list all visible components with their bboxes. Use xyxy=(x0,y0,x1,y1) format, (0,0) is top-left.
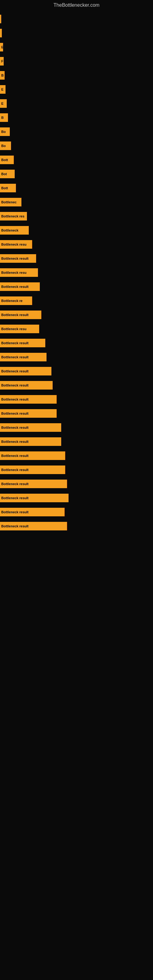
bar-item xyxy=(0,15,1,23)
site-title: TheBottlenecker.com xyxy=(0,0,153,9)
bar-row: Bottleneck result xyxy=(0,280,153,293)
bar-row: E xyxy=(0,83,153,96)
bar-item: Bottleneck result xyxy=(0,508,65,516)
bar-item: Bottleneck result xyxy=(0,466,65,474)
bar-item: Bottleneck result xyxy=(0,310,41,319)
bar-item: Bottleneck res xyxy=(0,212,27,221)
bar-row: Bottleneck result xyxy=(0,336,153,350)
bar-item: F xyxy=(0,57,4,65)
bar-item xyxy=(0,29,2,37)
bar-item: E xyxy=(0,43,3,51)
bar-row: Bottleneck result xyxy=(0,393,153,406)
bar-row: E xyxy=(0,97,153,110)
bar-item: Bot xyxy=(0,170,15,178)
bar-row: Bott xyxy=(0,181,153,195)
bar-item: Bottleneck xyxy=(0,226,29,235)
bar-row: Bottleneck result xyxy=(0,435,153,449)
bar-item: B xyxy=(0,71,5,80)
bar-row xyxy=(0,26,153,40)
bar-item: Bo xyxy=(0,127,10,136)
bar-item: Bottleneck resu xyxy=(0,240,32,249)
bar-item: Bottleneck result xyxy=(0,381,53,390)
bar-row: Bottleneck result xyxy=(0,505,153,519)
bar-row: Bottlenec xyxy=(0,196,153,209)
bar-item: Bottleneck result xyxy=(0,438,61,446)
bar-row: Bottleneck result xyxy=(0,252,153,265)
bar-row: Bottleneck re xyxy=(0,294,153,307)
bars-container: EFBEEBBoBoBottBotBottBottlenecBottleneck… xyxy=(0,9,153,533)
bar-row: Bottleneck result xyxy=(0,379,153,392)
bar-row: Bottleneck result xyxy=(0,364,153,378)
bar-row xyxy=(0,12,153,26)
bar-row: Bottleneck result xyxy=(0,421,153,434)
bar-item: Bottleneck result xyxy=(0,367,51,375)
bar-row: E xyxy=(0,40,153,54)
bar-row: Bottleneck xyxy=(0,224,153,237)
bar-row: B xyxy=(0,68,153,82)
bar-item: Bott xyxy=(0,156,14,164)
bar-item: Bottleneck result xyxy=(0,353,46,361)
bar-item: Bottleneck resu xyxy=(0,325,39,333)
bar-row: Bottleneck resu xyxy=(0,266,153,279)
bar-row: Bottleneck result xyxy=(0,477,153,491)
bar-row: Bottleneck result xyxy=(0,350,153,364)
bar-row: Bot xyxy=(0,167,153,181)
bar-item: E xyxy=(0,85,5,94)
bar-row: Bottleneck resu xyxy=(0,322,153,336)
bar-item: Bottlenec xyxy=(0,198,21,207)
bar-item: B xyxy=(0,113,8,122)
bar-item: Bottleneck result xyxy=(0,254,36,263)
bar-item: Bottleneck resu xyxy=(0,268,38,277)
bar-item: Bottleneck result xyxy=(0,409,57,418)
bar-row: Bo xyxy=(0,125,153,138)
bar-item: Bottleneck result xyxy=(0,494,69,502)
bar-item: Bottleneck result xyxy=(0,282,40,291)
bar-row: Bottleneck result xyxy=(0,449,153,463)
bar-item: Bottleneck result xyxy=(0,423,61,432)
bar-row: Bottleneck result xyxy=(0,463,153,477)
bar-row: Bo xyxy=(0,139,153,153)
bar-item: Bott xyxy=(0,184,16,192)
bar-row: Bott xyxy=(0,153,153,167)
bar-row: F xyxy=(0,54,153,68)
bar-row: B xyxy=(0,111,153,124)
bar-row: Bottleneck result xyxy=(0,491,153,505)
bar-row: Bottleneck result xyxy=(0,407,153,420)
bar-item: Bottleneck result xyxy=(0,452,65,460)
bar-row: Bottleneck resu xyxy=(0,238,153,251)
bar-item: Bo xyxy=(0,142,11,150)
bar-row: Bottleneck result xyxy=(0,308,153,321)
bar-item: Bottleneck result xyxy=(0,522,67,530)
bar-item: Bottleneck result xyxy=(0,339,45,347)
bar-item: Bottleneck re xyxy=(0,296,32,305)
bar-item: Bottleneck result xyxy=(0,480,67,488)
bar-item: Bottleneck result xyxy=(0,395,57,404)
bar-row: Bottleneck res xyxy=(0,210,153,223)
bar-item: E xyxy=(0,99,7,108)
bar-row: Bottleneck result xyxy=(0,519,153,533)
